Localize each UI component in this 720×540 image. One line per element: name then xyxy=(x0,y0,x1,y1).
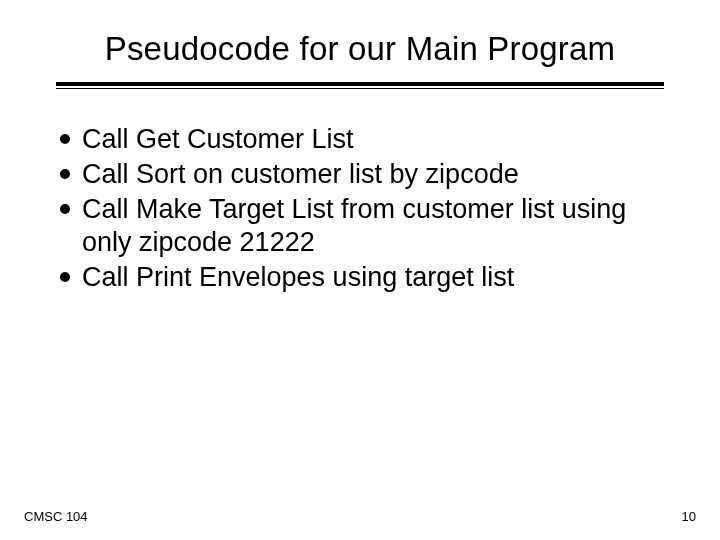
footer-course: CMSC 104 xyxy=(24,509,88,524)
bullet-icon xyxy=(60,272,70,282)
bullet-list: Call Get Customer List Call Sort on cust… xyxy=(60,123,660,294)
bullet-icon xyxy=(60,134,70,144)
rule-thin xyxy=(56,88,664,89)
list-item: Call Get Customer List xyxy=(60,123,660,156)
footer-page: 10 xyxy=(682,509,696,524)
slide: Pseudocode for our Main Program Call Get… xyxy=(0,0,720,540)
list-item: Call Sort on customer list by zipcode xyxy=(60,158,660,191)
rule-thick xyxy=(56,82,664,86)
title-rule xyxy=(56,82,664,89)
bullet-text: Call Get Customer List xyxy=(82,123,660,156)
slide-title: Pseudocode for our Main Program xyxy=(56,30,664,68)
bullet-text: Call Sort on customer list by zipcode xyxy=(82,158,660,191)
slide-body: Call Get Customer List Call Sort on cust… xyxy=(56,123,664,294)
bullet-icon xyxy=(60,204,70,214)
bullet-icon xyxy=(60,169,70,179)
list-item: Call Print Envelopes using target list xyxy=(60,261,660,294)
list-item: Call Make Target List from customer list… xyxy=(60,193,660,259)
bullet-text: Call Print Envelopes using target list xyxy=(82,261,660,294)
bullet-text: Call Make Target List from customer list… xyxy=(82,193,660,259)
